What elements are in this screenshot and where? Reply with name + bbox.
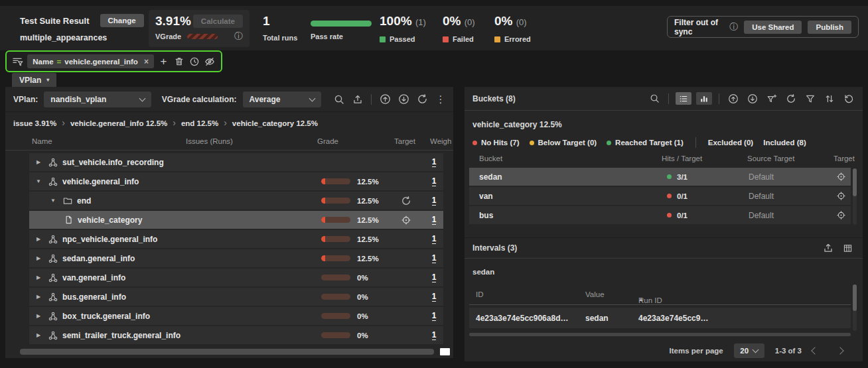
tree-row[interactable]: ▶ box_truck.general_info 0% 1 <box>29 307 443 325</box>
breadcrumb-item[interactable]: vehicle.general_info 12.5% <box>70 119 167 127</box>
collapse-all-icon[interactable] <box>396 92 411 107</box>
caret-right-icon[interactable]: ▶ <box>35 313 42 319</box>
caret-right-icon[interactable]: ▶ <box>35 275 42 280</box>
weight-link[interactable]: 1 <box>432 273 437 282</box>
weight-link[interactable]: 1 <box>432 158 437 167</box>
tree-row[interactable]: ▶ sedan.general_info 12.5% 1 <box>29 249 443 267</box>
filter-icon[interactable] <box>803 92 818 106</box>
bucket-row[interactable]: van 0/1 Default <box>469 187 851 205</box>
app-root: Test Suite Result Change multiple_appear… <box>0 0 868 368</box>
chart-view-icon[interactable] <box>696 92 712 105</box>
pass-rate-bar <box>311 21 372 27</box>
add-filter-button[interactable]: + <box>158 54 169 69</box>
horizontal-scrollbar[interactable] <box>469 333 851 336</box>
caret-right-icon[interactable]: ▶ <box>35 255 42 261</box>
export-icon[interactable] <box>350 92 365 107</box>
caret-right-icon[interactable]: ▶ <box>35 159 42 165</box>
filter-chip[interactable]: Name = vehicle.general_info × <box>27 54 154 68</box>
weight-link[interactable]: 1 <box>432 177 437 186</box>
caret-down-icon[interactable]: ▼ <box>35 178 42 184</box>
tree-row[interactable]: ▼ end 12.5% 1 <box>29 192 443 210</box>
search-icon[interactable] <box>332 92 346 107</box>
caret-right-icon[interactable]: ▶ <box>35 236 42 242</box>
trash-icon[interactable] <box>173 54 184 69</box>
tree-row[interactable]: ▶ van.general_info 0% 1 <box>29 269 443 286</box>
list-view-icon[interactable] <box>676 92 691 105</box>
tree-row[interactable]: ▶ npc_vehicle.general_info 12.5% 1 <box>29 230 443 248</box>
failed-square-icon <box>443 36 449 42</box>
legend-included[interactable]: Included (8) <box>763 139 806 147</box>
vplan-select[interactable]: nandish_vplan <box>44 92 151 107</box>
legend-no-hits[interactable]: No Hits (7) <box>472 139 520 147</box>
row-name: bus.general_info <box>62 292 126 302</box>
test-suite-label: Test Suite Result <box>20 16 90 26</box>
breadcrumb-item[interactable]: end 12.5% <box>181 119 218 127</box>
hierarchy-icon <box>48 253 58 264</box>
weight-link[interactable]: 1 <box>432 254 437 263</box>
divider <box>719 93 719 104</box>
weight-link[interactable]: 1 <box>432 196 437 206</box>
tree-table-header: Name Issues (Runs) Grade Target Weight <box>5 134 453 151</box>
expand-all-icon[interactable] <box>378 92 392 107</box>
legend-excluded[interactable]: Excluded (0) <box>708 139 753 147</box>
bullseye-icon[interactable] <box>396 211 417 229</box>
bucket-row-selected[interactable]: sedan 3/1 Default <box>469 168 851 186</box>
page-size-select[interactable]: 20 <box>734 343 764 358</box>
weight-link[interactable]: 1 <box>432 292 437 302</box>
interval-row[interactable]: 4e23a3e74e5cc906a8d… sedan 4e23a3e74e5cc… <box>469 308 851 328</box>
breadcrumb-item[interactable]: vehicle_category 12.5% <box>232 119 318 127</box>
scrollbar-thumb[interactable] <box>853 284 857 311</box>
caret-right-icon[interactable]: ▶ <box>35 294 42 300</box>
hierarchy-icon <box>48 311 58 322</box>
tab-vplan[interactable]: VPlan ▾ <box>12 73 56 87</box>
weight-link[interactable]: 1 <box>432 235 437 244</box>
tree-row[interactable]: ▶ semi_trailer_truck.general_info 0% 1 <box>29 326 443 344</box>
add-filter-icon[interactable] <box>764 92 779 106</box>
legend-below-target[interactable]: Below Target (0) <box>530 139 597 147</box>
breadcrumb-item[interactable]: issue 3.91% <box>13 119 56 127</box>
chip-close-icon[interactable]: × <box>144 57 149 66</box>
tree-row[interactable]: ▶ sut_vehicle.info_recording 1 <box>29 153 443 171</box>
reset-target-icon[interactable] <box>396 192 417 210</box>
previous-page-button[interactable] <box>811 347 818 354</box>
weight-link[interactable]: 1 <box>432 312 437 321</box>
kebab-menu-icon[interactable]: ⋮ <box>433 92 448 107</box>
scrollbar-thumb[interactable] <box>440 348 450 355</box>
next-page-button[interactable] <box>836 347 843 354</box>
bucket-target-icon[interactable] <box>833 172 849 182</box>
sort-icon[interactable] <box>822 92 837 106</box>
failed-stat: 0% (0) Failed <box>443 15 475 43</box>
hits-value: 0/1 <box>677 192 687 200</box>
bucket-row[interactable]: bus 0/1 Default <box>469 206 851 224</box>
calculate-button[interactable]: Calculate <box>193 15 243 28</box>
caret-down-icon[interactable]: ▼ <box>49 198 57 204</box>
vplan-panel: VPlan: nandish_vplan VGrade calculation:… <box>5 87 453 358</box>
weight-link[interactable]: 1 <box>432 215 437 225</box>
export-icon[interactable] <box>821 241 835 255</box>
tree-row-selected[interactable]: vehicle_category 12.5% 1 <box>29 211 443 229</box>
horizontal-scrollbar[interactable] <box>20 349 434 355</box>
collapse-all-icon[interactable] <box>745 92 760 106</box>
change-button[interactable]: Change <box>100 14 144 27</box>
bucket-target-icon[interactable] <box>833 191 849 201</box>
use-shared-button[interactable]: Use Shared <box>744 21 802 34</box>
search-icon[interactable] <box>647 92 662 106</box>
vertical-scrollbar[interactable] <box>853 168 857 225</box>
caret-right-icon[interactable]: ▶ <box>35 332 42 338</box>
weight-link[interactable]: 1 <box>432 331 437 340</box>
sync-icon[interactable] <box>784 92 798 106</box>
restore-icon[interactable] <box>841 92 856 106</box>
vgrade-calc-select[interactable]: Average <box>243 92 322 107</box>
scrollbar-thumb[interactable] <box>853 168 857 196</box>
tree-row[interactable]: ▶ bus.general_info 0% 1 <box>29 288 443 306</box>
publish-button[interactable]: Publish <box>808 21 851 34</box>
bucket-target-icon[interactable] <box>833 210 849 220</box>
legend-reached-target[interactable]: Reached Target (1) <box>607 139 684 147</box>
sync-icon[interactable] <box>415 92 429 107</box>
expand-all-icon[interactable] <box>726 92 741 106</box>
tree-row[interactable]: ▼ vehicle.general_info 12.5% 1 <box>29 172 443 190</box>
eye-off-icon[interactable] <box>204 54 216 69</box>
table-view-icon[interactable] <box>840 241 855 255</box>
vertical-scrollbar[interactable] <box>853 284 857 331</box>
history-icon[interactable] <box>188 54 200 69</box>
